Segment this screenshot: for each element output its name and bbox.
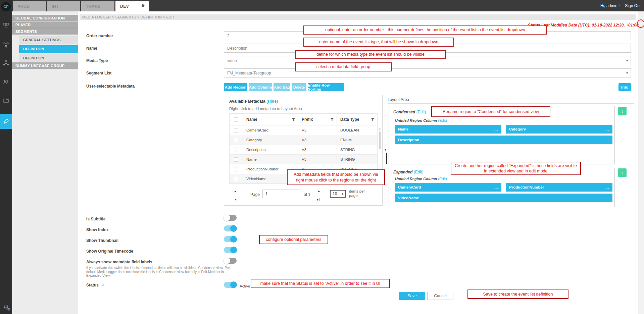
region-edit-link[interactable]: (Edit) [414,170,424,174]
chip-menu-icon[interactable]: ... [605,196,609,200]
metadata-chip-productionnumber[interactable]: ProductionNumber ... [506,183,612,192]
show-original-timecode-label: Show Original Timecode [86,249,133,254]
page-prev-button[interactable]: ◂ [235,198,236,201]
items-per-page-value: 10 [333,192,337,196]
row-checkbox[interactable] [234,157,238,162]
column-header-name[interactable]: Name ↑ [243,114,298,125]
sidebar-item-dummy-usecase-group[interactable]: DUMMY USECASE GROUP [12,62,78,69]
is-subtitle-toggle[interactable] [224,215,237,221]
filter-icon[interactable] [292,118,295,121]
show-thumbnail-label: Show Thumbnail [86,238,118,243]
status-value: Active [240,284,250,288]
table-row[interactable]: CameraCard V3 BOOLEAN [230,125,377,135]
cancel-button[interactable]: Cancel [427,292,453,300]
row-checkbox[interactable] [234,177,238,181]
name-label: Name [86,46,97,51]
metadata-chip-videoname[interactable]: VideoName ... [395,194,612,202]
chip-menu-icon[interactable]: ... [605,138,609,142]
panel-splitter-handle[interactable] [386,153,387,164]
move-region-down-button[interactable]: ↓ [618,107,627,115]
users-icon[interactable] [0,76,12,88]
sidebar-item-segments[interactable]: SEGMENTS [12,28,78,35]
sign-out-link[interactable]: Sign Out [625,3,641,8]
media-icon[interactable] [0,95,12,107]
add-bag-button[interactable]: Add Bag [274,83,290,91]
cell-name: VideoName [246,177,266,181]
segment-list-select[interactable]: FM_Metadata-Testgroup ▾ [224,68,631,77]
delete-button[interactable]: Delete [292,83,306,91]
add-region-button[interactable]: Add Region [224,83,247,91]
env-tab-trans[interactable]: TRANS [81,1,114,11]
env-tab-dev[interactable]: DEV [115,1,149,11]
toggle-knob [230,247,237,253]
metadata-chip-description[interactable]: Description ... [395,136,612,144]
column-edit-link[interactable]: (Edit) [438,118,447,122]
sidebar-item-definition-active[interactable]: DEFINITION [19,45,78,53]
info-button[interactable]: Info [618,83,631,91]
always-show-metadata-field-labels-label: Always show metadata field labels [86,260,152,264]
always-show-metadata-field-labels-toggle[interactable] [224,258,237,264]
items-per-page-select[interactable]: 10 ▾ [330,190,346,198]
modules-icon[interactable] [0,19,12,32]
sidebar-item-general-settings[interactable]: GENERAL SETTINGS [19,36,78,44]
hide-link[interactable]: (Hide) [266,99,278,104]
show-thumbnail-toggle[interactable] [224,236,237,242]
sidebar-item-definition[interactable]: DEFINITION [19,54,78,62]
chevron-down-icon: ▾ [342,192,343,196]
sidebar-item-label: DEFINITION [23,47,44,51]
vertical-scrollbar[interactable] [638,11,644,314]
metadata-chip-name[interactable]: Name ... [395,125,501,134]
select-all-checkbox[interactable] [234,117,238,122]
sidebar-item-global-configuration[interactable]: GLOBAL CONFIGURATION [12,15,78,21]
cell-prefix: V3 [302,157,306,161]
column-header-data-type[interactable]: Data Type [337,114,377,125]
table-scroll-up-icon[interactable]: ▲ [379,127,381,130]
sidebar-item-label: PLAYER [15,23,31,27]
page-number-input[interactable]: 1 [262,190,299,198]
add-column-button[interactable]: Add Column [249,83,272,91]
table-row[interactable]: Name V3 STRING [230,154,377,164]
show-index-toggle[interactable] [224,225,237,231]
sidebar: GLOBAL CONFIGURATION PLAYER SEGMENTS GEN… [12,11,78,314]
column-header-prefix[interactable]: Prefix [298,114,337,125]
region-edit-link[interactable]: (Edit) [416,110,426,114]
table-row[interactable]: Description V3 STRING [230,145,377,154]
chip-menu-icon[interactable]: ... [494,127,498,131]
chip-menu-icon[interactable]: ... [494,185,498,189]
env-tab-int[interactable]: INT [47,1,80,11]
table-scrollbar-thumb[interactable] [379,132,381,149]
show-original-timecode-toggle[interactable] [224,247,237,253]
annotation-media-type: define for which media type the event li… [295,50,446,59]
row-checkbox[interactable] [234,167,238,171]
status-toggle[interactable] [224,282,237,288]
layout-area-divider [388,103,634,104]
metadata-chip-cameracard[interactable]: CameraCard ... [395,183,501,192]
table-row[interactable]: Category V3 ENUM [230,135,377,145]
enable-row-sorting-button[interactable]: Enable Row Sorting [308,83,344,91]
annotation-configure-optional: configure optional parameters [259,235,328,244]
sidebar-item-player[interactable]: PLAYER [12,21,78,28]
page-last-button[interactable]: ▸| [317,198,320,201]
column-edit-link[interactable]: (Edit) [438,177,447,181]
page-first-button[interactable]: |◂ [234,190,236,193]
chip-menu-icon[interactable]: ... [605,185,609,189]
move-region-up-button[interactable]: ↑ [618,168,627,177]
chip-menu-icon[interactable]: ... [605,127,609,131]
segment-list-value: FM_Metadata-Testgroup [227,71,271,75]
cp-logo[interactable]: CP [1,2,11,11]
splitter-collapse-icon[interactable]: ◂ [384,148,386,151]
row-checkbox[interactable] [234,128,238,133]
row-checkbox[interactable] [234,138,238,142]
workflow-icon[interactable] [0,39,12,51]
filter-icon[interactable] [371,118,375,121]
save-button[interactable]: Save [399,292,425,300]
row-checkbox[interactable] [234,148,238,152]
filter-icon[interactable] [330,118,334,121]
column-header-label: Data Type [340,117,359,122]
media-logger-icon[interactable] [0,114,12,129]
page-next-button[interactable]: ▸ [318,190,320,193]
metadata-chip-category[interactable]: Category ... [506,125,612,134]
cell-name: CameraCard [246,128,268,132]
env-tab-prod[interactable]: PROD [13,1,46,11]
connections-icon[interactable] [0,57,12,69]
